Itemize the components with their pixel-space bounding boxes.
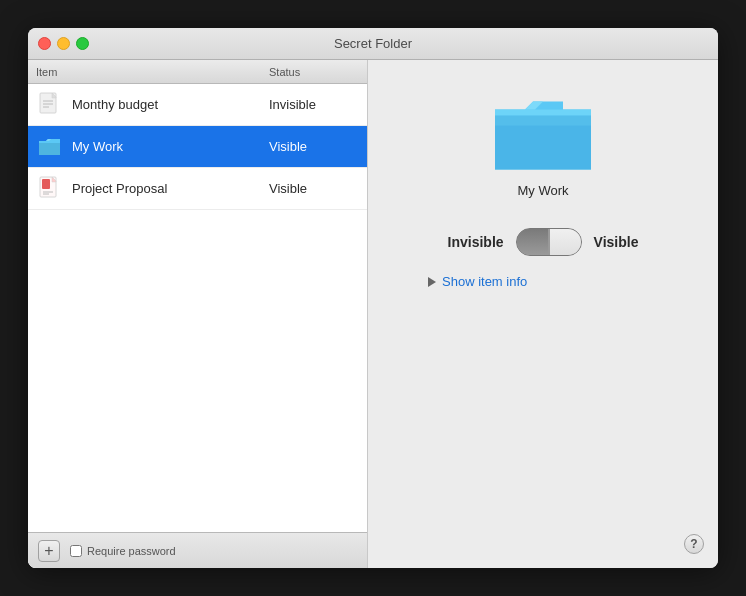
show-item-info-label: Show item info: [442, 274, 527, 289]
header-status-col: Status: [269, 66, 359, 78]
item-name-my-work: My Work: [72, 139, 269, 154]
toggle-right-half: [550, 229, 581, 255]
minimize-button[interactable]: [57, 37, 70, 50]
item-icon-monthly-budget: [36, 91, 64, 119]
toggle-invisible-label: Invisible: [448, 234, 504, 250]
help-button[interactable]: ?: [684, 534, 704, 554]
detail-folder-name: My Work: [517, 183, 568, 198]
close-button[interactable]: [38, 37, 51, 50]
visibility-toggle[interactable]: [516, 228, 582, 256]
right-panel: My Work Invisible Visible Show item info…: [368, 60, 718, 568]
folder-icon: [493, 90, 593, 175]
item-status-project-proposal: Visible: [269, 181, 359, 196]
toggle-container: Invisible Visible: [448, 228, 639, 256]
require-password-text: Require password: [87, 545, 176, 557]
toggle-left-half: [517, 229, 548, 255]
titlebar: Secret Folder: [28, 28, 718, 60]
item-name-monthly-budget: Monthy budget: [72, 97, 269, 112]
item-status-my-work: Visible: [269, 139, 359, 154]
traffic-light-buttons: [38, 37, 89, 50]
list-header: Item Status: [28, 60, 367, 84]
item-icon-my-work: [36, 133, 64, 161]
item-icon-project-proposal: [36, 175, 64, 203]
items-list: Monthy budget Invisible My Work Visi: [28, 84, 367, 532]
require-password-checkbox[interactable]: [70, 545, 82, 557]
svg-rect-10: [495, 116, 591, 126]
item-name-project-proposal: Project Proposal: [72, 181, 269, 196]
add-button[interactable]: +: [38, 540, 60, 562]
left-toolbar: + Require password: [28, 532, 367, 568]
require-password-label[interactable]: Require password: [70, 545, 176, 557]
main-window: Secret Folder Item Status: [28, 28, 718, 568]
list-item[interactable]: My Work Visible: [28, 126, 367, 168]
window-title: Secret Folder: [334, 36, 412, 51]
header-item-col: Item: [36, 66, 269, 78]
list-item[interactable]: Monthy budget Invisible: [28, 84, 367, 126]
show-item-info[interactable]: Show item info: [428, 274, 527, 289]
main-content: Item Status: [28, 60, 718, 568]
folder-container: My Work: [493, 90, 593, 198]
item-status-monthly-budget: Invisible: [269, 97, 359, 112]
toggle-visible-label: Visible: [594, 234, 639, 250]
maximize-button[interactable]: [76, 37, 89, 50]
list-item[interactable]: Project Proposal Visible: [28, 168, 367, 210]
left-panel: Item Status: [28, 60, 368, 568]
svg-rect-7: [42, 179, 50, 189]
disclosure-triangle-icon: [428, 277, 436, 287]
